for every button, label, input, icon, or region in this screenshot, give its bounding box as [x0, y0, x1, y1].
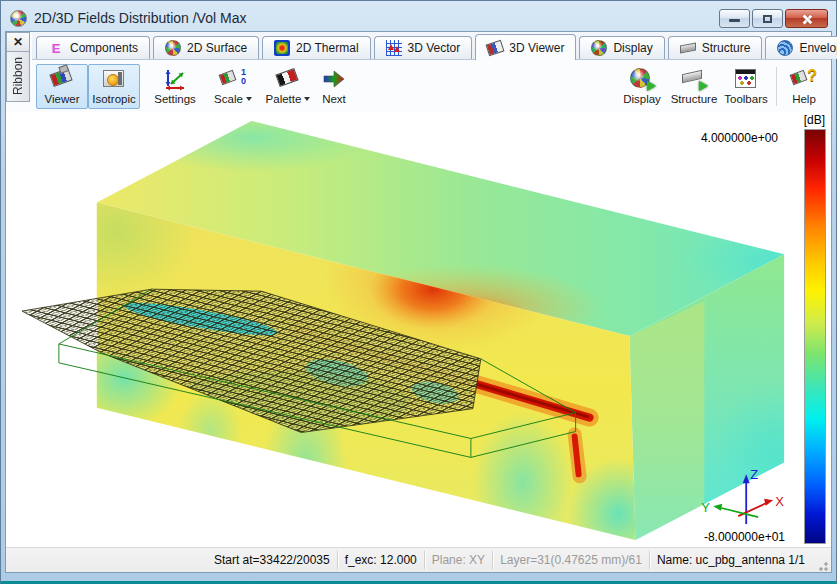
scale-button[interactable]: 10 Scale	[210, 64, 256, 109]
dropdown-arrow-icon	[304, 97, 310, 104]
status-plane: Plane: XY	[425, 553, 492, 567]
restore-icon	[763, 15, 772, 23]
palette-icon	[275, 67, 301, 91]
envelope-wave-icon	[777, 40, 793, 56]
status-model-name: Name: uc_pbg_antenna 1/1	[650, 553, 812, 567]
scene-3d-render: Z X Y	[6, 112, 831, 547]
axis-x-label: X	[775, 494, 784, 509]
vector-grid-icon	[386, 40, 402, 56]
structure-button[interactable]: Structure	[668, 64, 720, 109]
scale-icon: 10	[220, 67, 246, 91]
tab-envelope[interactable]: Envelope	[765, 36, 837, 59]
ribbon-separator	[776, 67, 777, 106]
display-button[interactable]: Display	[616, 64, 668, 109]
tab-label: 3D Viewer	[509, 41, 564, 55]
tab-2d-thermal[interactable]: 2D Thermal	[262, 36, 370, 59]
isotropic-icon	[101, 67, 127, 91]
ribbon-strip-label: Ribbon	[11, 57, 25, 95]
tab-display[interactable]: Display	[579, 36, 664, 59]
minimize-button[interactable]	[719, 9, 750, 28]
thermal-gradient-icon	[274, 40, 290, 56]
settings-button[interactable]: Settings	[149, 64, 201, 109]
colorbar-unit-label: [dB]	[804, 113, 825, 127]
tab-label: 2D Surface	[187, 41, 247, 55]
tab-label: Components	[70, 41, 138, 55]
restore-button[interactable]	[752, 9, 783, 28]
tab-3d-viewer[interactable]: 3D Viewer	[475, 34, 576, 60]
viewer-blade-icon	[49, 67, 75, 91]
close-button[interactable]	[785, 9, 828, 28]
ribbon-panel: ✕ Ribbon E Components 2D Surface 2D Ther…	[6, 32, 831, 112]
toolbars-button[interactable]: Toolbars	[720, 64, 772, 109]
status-bar: Start at=33422/20035 f_exc: 12.000 Plane…	[6, 547, 831, 572]
client-area: ✕ Ribbon E Components 2D Surface 2D Ther…	[5, 31, 832, 573]
next-button[interactable]: Next	[311, 64, 357, 109]
tab-components[interactable]: E Components	[36, 36, 150, 59]
colorbar-max-label: 4.000000e+00	[701, 131, 778, 145]
tab-2d-surface[interactable]: 2D Surface	[153, 36, 259, 59]
help-icon: ?	[791, 67, 817, 91]
display-sphere-icon	[591, 40, 607, 56]
tab-bar: E Components 2D Surface 2D Thermal 3D Ve…	[32, 32, 831, 59]
next-arrow-icon	[321, 67, 347, 91]
app-sphere-icon	[10, 10, 27, 27]
surface-sphere-icon	[165, 40, 181, 56]
tab-3d-vector[interactable]: 3D Vector	[374, 36, 473, 59]
colorbar-min-label: -8.000000e+01	[704, 530, 785, 544]
help-button[interactable]: ? Help	[781, 64, 827, 109]
tab-label: 2D Thermal	[296, 41, 358, 55]
display-sphere-arrow-icon	[629, 67, 655, 91]
status-layer: Layer=31(0.47625 mm)/61	[493, 553, 649, 567]
components-letter-icon: E	[48, 40, 64, 56]
structure-slab-icon	[680, 43, 696, 54]
palette-button[interactable]: Palette	[265, 64, 311, 109]
viewer-palette-icon	[486, 39, 505, 55]
viewport-3d[interactable]: Z X Y [dB] 4.000000e+00 -8.000000e+01	[6, 112, 831, 547]
status-f-exc: f_exc: 12.000	[338, 553, 424, 567]
axis-y-label: Y	[701, 500, 710, 515]
colorbar-gradient	[804, 129, 826, 544]
ribbon-side-strip: ✕ Ribbon	[6, 32, 30, 102]
window-title: 2D/3D Fields Distribution /Vol Max	[34, 10, 246, 26]
settings-axes-icon	[162, 67, 188, 91]
toolbars-window-icon	[733, 67, 759, 91]
viewer-button[interactable]: Viewer	[36, 64, 88, 109]
tab-label: Display	[613, 41, 652, 55]
isotropic-button[interactable]: Isotropic	[88, 64, 140, 109]
tab-label: Structure	[702, 41, 751, 55]
resize-grip[interactable]	[816, 559, 829, 572]
tab-label: 3D Vector	[408, 41, 461, 55]
status-start-at: Start at=33422/20035	[207, 553, 337, 567]
title-bar[interactable]: 2D/3D Fields Distribution /Vol Max	[1, 1, 836, 31]
ribbon-toolbar: Viewer Isotropic	[32, 59, 831, 112]
dropdown-arrow-icon	[246, 97, 252, 104]
panel-close-button[interactable]: ✕	[6, 32, 30, 52]
ribbon-strip-tab[interactable]: Ribbon	[6, 52, 30, 102]
tab-structure[interactable]: Structure	[668, 36, 763, 59]
minimize-icon	[729, 19, 740, 22]
tab-label: Envelope	[799, 41, 837, 55]
app-window: 2D/3D Fields Distribution /Vol Max ✕ Rib…	[0, 0, 837, 584]
structure-slab-arrow-icon	[681, 67, 707, 91]
axis-z-label: Z	[750, 467, 758, 482]
